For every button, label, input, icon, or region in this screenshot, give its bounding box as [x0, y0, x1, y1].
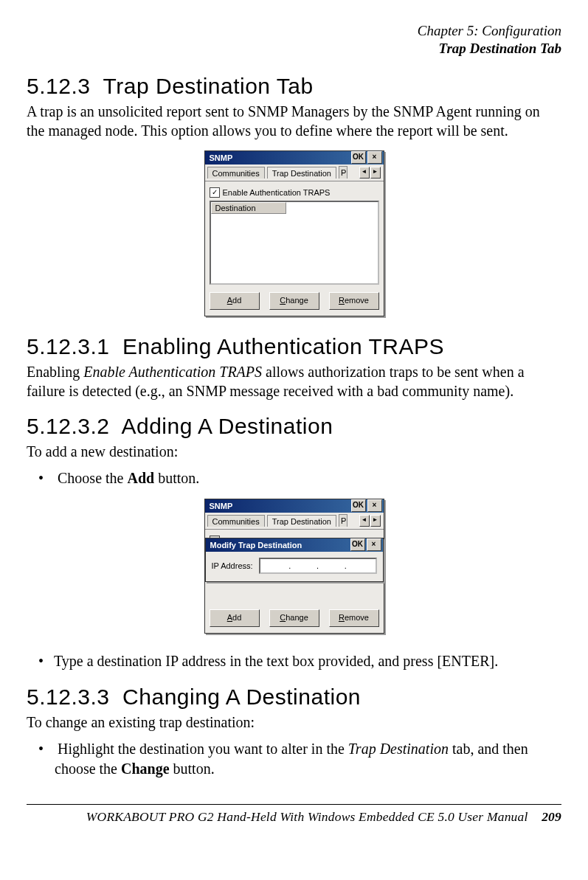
- tab-scroll-left-2[interactable]: ◄: [359, 515, 370, 527]
- close-button-2[interactable]: ×: [367, 499, 382, 512]
- tab-scroll-left[interactable]: ◄: [359, 167, 370, 179]
- ip-address-label: IP Address:: [212, 561, 253, 570]
- tab-communities-2[interactable]: Communities: [207, 515, 265, 527]
- enable-auth-traps-row: ✓ Enable Authentication TRAPS: [210, 187, 379, 198]
- screenshot-snmp-trap-tab: SNMP OK × Communities Trap Destination P…: [27, 150, 561, 316]
- titlebar-2: SNMP OK ×: [205, 499, 384, 513]
- modal-ok-button[interactable]: OK: [350, 538, 365, 551]
- window-title-2: SNMP: [208, 499, 233, 513]
- modify-trap-dialog: Modify Trap Destination OK × IP Address:…: [205, 538, 384, 582]
- tab-scroll-2: ◄ ►: [359, 515, 384, 527]
- modal-title: Modify Trap Destination: [209, 538, 302, 552]
- button-row-2: Add Change Remove: [205, 606, 384, 633]
- page-footer: WORKABOUT PRO G2 Hand-Held With Windows …: [27, 804, 561, 825]
- footer-text: WORKABOUT PRO G2 Hand-Held With Windows …: [86, 809, 528, 824]
- para-5-12-3-3: To change an existing trap destination:: [27, 713, 561, 732]
- para-5-12-3: A trap is an unsolicited report sent to …: [27, 102, 561, 140]
- destination-column-header: Destination: [211, 202, 286, 214]
- para-5-12-3-1: Enabling Enable Authentication TRAPS all…: [27, 362, 561, 401]
- bullet-highlight-change: Highlight the destination you want to al…: [55, 739, 561, 779]
- tab-trap-destination-2[interactable]: Trap Destination: [267, 515, 336, 527]
- ok-button[interactable]: OK: [351, 151, 366, 164]
- screenshot-modify-trap: SNMP OK × Communities Trap Destination P…: [27, 499, 561, 634]
- tabs: Communities Trap Destination P ◄ ►: [205, 164, 384, 181]
- destination-list[interactable]: Destination: [210, 201, 379, 285]
- add-button[interactable]: Add: [210, 292, 260, 310]
- close-button[interactable]: ×: [367, 151, 382, 164]
- heading-5-12-3-3: 5.12.3.3 Changing A Destination: [27, 685, 561, 710]
- section-name-line: Trap Destination Tab: [27, 40, 561, 58]
- modal-close-button[interactable]: ×: [367, 538, 381, 551]
- page-number: 209: [542, 809, 561, 824]
- add-button-2[interactable]: Add: [210, 609, 260, 627]
- titlebar: SNMP OK ×: [205, 151, 384, 164]
- tabs-2: Communities Trap Destination P ◄ ►: [205, 513, 384, 530]
- page-header: Chapter 5: Configuration Trap Destinatio…: [27, 22, 561, 58]
- tab-partial[interactable]: P: [339, 166, 347, 179]
- remove-button-2[interactable]: Remove: [329, 609, 379, 627]
- tab-trap-destination[interactable]: Trap Destination: [267, 167, 336, 179]
- remove-button[interactable]: Remove: [329, 292, 379, 310]
- window-title: SNMP: [208, 151, 233, 164]
- tab-scroll-right-2[interactable]: ►: [370, 515, 381, 527]
- change-button[interactable]: Change: [269, 292, 319, 310]
- enable-auth-traps-checkbox[interactable]: ✓: [210, 187, 220, 198]
- chapter-line: Chapter 5: Configuration: [27, 22, 561, 40]
- modal-titlebar: Modify Trap Destination OK ×: [206, 538, 383, 552]
- heading-5-12-3-2: 5.12.3.2 Adding A Destination: [27, 414, 561, 439]
- enable-auth-traps-label: Enable Authentication TRAPS: [223, 188, 331, 197]
- heading-5-12-3: 5.12.3 Trap Destination Tab: [27, 74, 561, 99]
- snmp-window-with-modal: SNMP OK × Communities Trap Destination P…: [204, 499, 384, 634]
- ip-address-input[interactable]: . . .: [259, 558, 377, 574]
- change-button-2[interactable]: Change: [269, 609, 319, 627]
- bullet-type-ip: Type a destination IP address in the tex…: [55, 651, 561, 671]
- tab-communities[interactable]: Communities: [207, 167, 265, 179]
- para-5-12-3-2: To add a new destination:: [27, 442, 561, 461]
- bullet-choose-add: Choose the Add button.: [55, 468, 561, 488]
- destination-list-area: [211, 214, 378, 271]
- ok-button-2[interactable]: OK: [351, 499, 366, 512]
- snmp-window: SNMP OK × Communities Trap Destination P…: [204, 150, 384, 316]
- tab-scroll-right[interactable]: ►: [370, 167, 381, 179]
- tab-scroll: ◄ ►: [359, 167, 384, 179]
- button-row: Add Change Remove: [205, 289, 384, 316]
- heading-5-12-3-1: 5.12.3.1 Enabling Authentication TRAPS: [27, 334, 561, 359]
- tab-partial-2[interactable]: P: [339, 514, 347, 527]
